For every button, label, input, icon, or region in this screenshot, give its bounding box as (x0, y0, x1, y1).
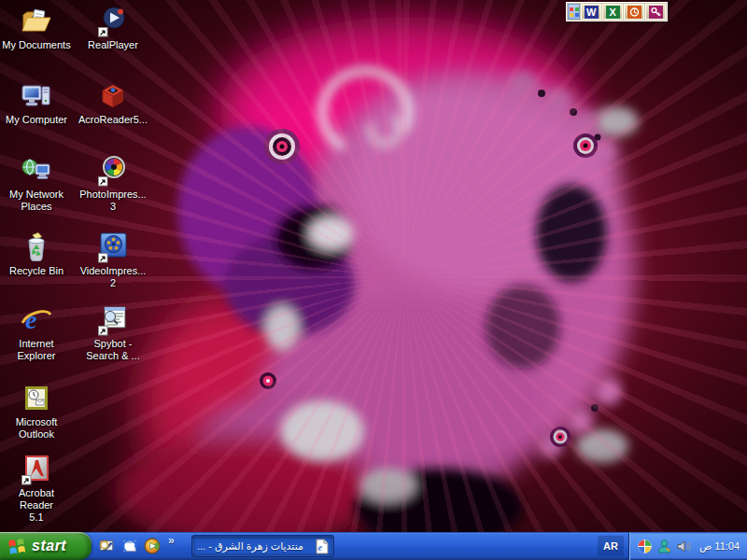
icon-label-2: 2 (78, 277, 148, 289)
windows-media-player-icon (144, 538, 161, 554)
word-button[interactable]: W (581, 4, 601, 20)
volume-icon[interactable] (676, 539, 692, 554)
outlook-express-icon (121, 538, 138, 554)
icon-label: My Network (1, 189, 72, 201)
desktop-icon-realplayer[interactable]: RealPlayer (78, 6, 148, 51)
powerpoint-icon (627, 6, 641, 19)
language-indicator[interactable]: AR (598, 536, 624, 556)
icon-label-2: Places (1, 201, 72, 213)
acrobat-reader-icon (21, 454, 52, 485)
svg-text:e: e (318, 542, 323, 553)
my-documents-icon (21, 6, 52, 37)
icon-label: AcroReader5... (78, 114, 148, 126)
show-desktop-icon (98, 538, 115, 554)
icon-label-2: 5.1 (1, 511, 72, 524)
start-button[interactable]: start (0, 532, 92, 560)
desktop-icon-acroreader5[interactable]: AcroReader5... (78, 80, 148, 126)
desktop-icon-spybot[interactable]: Spybot -Search & ... (78, 304, 148, 362)
spybot-icon (97, 304, 129, 336)
desktop-icon-internet-explorer[interactable]: e InternetExplorer (1, 304, 72, 362)
icon-label: VideoImpres... (78, 265, 148, 277)
desktop-icon-recycle-bin[interactable]: Recycle Bin (1, 231, 72, 277)
quick-launch-overflow-chevron[interactable]: » (168, 534, 175, 547)
quick-launch-media-player[interactable] (142, 536, 162, 556)
icon-label: Microsoft (1, 416, 72, 428)
powerpoint-button[interactable] (624, 4, 644, 20)
office-shortcut-bar: W X (566, 2, 668, 21)
windows-xp-screen: My Documents My Computer (0, 0, 747, 560)
desktop-icon-videoimpression[interactable]: VideoImpres...2 (78, 231, 148, 289)
quick-launch-outlook-express[interactable] (120, 536, 140, 556)
icon-label: PhotoImpres... (78, 189, 148, 201)
recycle-bin-icon (21, 231, 52, 263)
desktop-icon-my-computer[interactable]: My Computer (1, 80, 72, 126)
desktop[interactable]: My Documents My Computer (0, 0, 747, 532)
icon-label: Recycle Bin (1, 265, 72, 277)
desktop-icon-my-network-places[interactable]: My NetworkPlaces (1, 155, 72, 213)
icon-label-2: Search & ... (78, 350, 148, 362)
system-tray: 11:04 ص (628, 532, 747, 560)
icon-label: Spybot - (78, 338, 148, 350)
excel-button[interactable]: X (602, 4, 623, 20)
internet-explorer-page-icon: e (316, 539, 329, 554)
icon-label-2: 3 (78, 201, 148, 213)
office-logo-button[interactable] (568, 4, 580, 20)
office-logo-icon (570, 7, 579, 17)
access-button[interactable] (645, 4, 666, 20)
my-computer-icon (21, 80, 52, 112)
icon-label: My Documents (1, 39, 72, 51)
icon-label: Internet (1, 338, 72, 350)
word-icon: W (585, 6, 599, 19)
start-label: start (32, 538, 66, 554)
microsoft-outlook-icon (21, 383, 52, 414)
videoimpression-icon (97, 231, 129, 263)
my-network-places-icon (21, 155, 52, 187)
icon-label: My Computer (1, 114, 72, 126)
windows-logo-icon (7, 538, 27, 555)
svg-text:W: W (586, 7, 597, 18)
desktop-icon-microsoft-outlook[interactable]: MicrosoftOutlook (1, 383, 72, 441)
svg-text:e: e (25, 305, 36, 334)
clock[interactable]: 11:04 ص (699, 540, 740, 553)
windows-update-icon[interactable] (637, 539, 653, 554)
internet-explorer-icon: e (21, 304, 52, 336)
window-button-title: منتديات زهرة الشرق - ... (197, 540, 311, 553)
messenger-icon[interactable] (656, 539, 672, 554)
desktop-icon-acrobat-reader[interactable]: Acrobat Reader5.1 (1, 454, 72, 524)
taskbar: start » منتديات زهر (0, 532, 747, 560)
acroreader5-icon (97, 80, 129, 112)
access-icon (649, 6, 663, 19)
realplayer-icon (97, 6, 129, 37)
icon-label: Acrobat Reader (1, 487, 72, 511)
icon-label-2: Outlook (1, 428, 72, 441)
svg-text:X: X (609, 7, 616, 18)
quick-launch-show-desktop[interactable] (96, 536, 117, 556)
desktop-icon-photoimpression[interactable]: PhotoImpres...3 (78, 155, 148, 213)
taskbar-window-button[interactable]: منتديات زهرة الشرق - ... e (191, 535, 334, 557)
photoimpression-icon (97, 155, 129, 187)
excel-icon: X (606, 6, 620, 19)
icon-label-2: Explorer (1, 350, 72, 362)
icon-label: RealPlayer (78, 39, 148, 51)
desktop-icon-my-documents[interactable]: My Documents (1, 6, 72, 51)
